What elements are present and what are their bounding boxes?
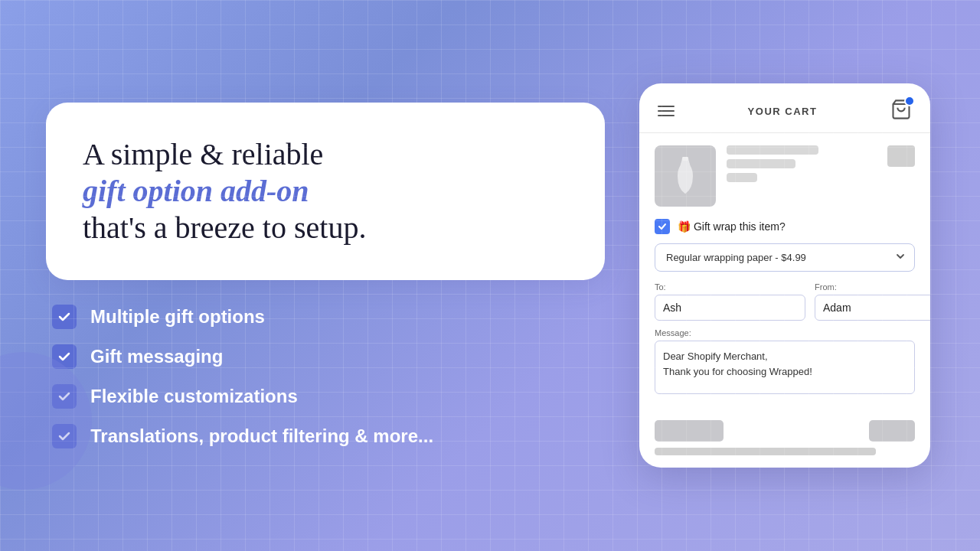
from-input[interactable] [815, 295, 930, 321]
feature-item-gift-messaging: Gift messaging [52, 344, 605, 369]
headline-line2: gift option add-on [83, 173, 568, 210]
wrapping-dropdown[interactable]: Regular wrapping paper - $4.99Premium wr… [655, 243, 915, 272]
from-label: From: [815, 282, 930, 292]
checkmark-icon-2 [52, 344, 77, 369]
to-field-group: To: [655, 282, 805, 321]
gift-wrap-label: 🎁 Gift wrap this item? [678, 220, 786, 233]
bottom-row-1 [655, 420, 915, 442]
feature-label-1: Gift messaging [90, 346, 223, 367]
left-panel: A simple & reliable gift option add-on t… [46, 103, 605, 448]
product-image [655, 145, 716, 207]
cart-badge [904, 96, 915, 106]
feature-item-multiple-gift-options: Multiple gift options [52, 305, 605, 329]
checkmark-icon-3 [52, 384, 77, 409]
hamburger-icon[interactable] [658, 106, 675, 116]
bottom-skeletons [639, 414, 930, 455]
feature-item-translations: Translations, product filtering & more..… [52, 424, 605, 448]
feature-item-flexible-customizations: Flexible customizations [52, 384, 605, 409]
features-list: Multiple gift options Gift messaging Fle… [46, 305, 605, 448]
headline-line1: A simple & reliable [83, 136, 568, 173]
headline-card: A simple & reliable gift option add-on t… [46, 103, 605, 280]
main-layout: A simple & reliable gift option add-on t… [0, 0, 980, 551]
svg-rect-1 [682, 157, 688, 161]
product-name-skeleton [727, 145, 818, 155]
checkmark-icon-4 [52, 424, 77, 448]
bottom-button-skeleton-1 [655, 420, 724, 442]
feature-label-0: Multiple gift options [90, 306, 265, 328]
headline-line3: that's a breeze to setup. [83, 210, 568, 246]
checkmark-icon-1 [52, 305, 77, 329]
message-label: Message: [655, 328, 915, 337]
cart-title: YOUR CART [748, 106, 818, 117]
wrapping-dropdown-wrapper: Regular wrapping paper - $4.99Premium wr… [655, 243, 915, 272]
product-variant-skeleton [727, 159, 795, 168]
bottom-button-skeleton-2 [869, 420, 915, 442]
cart-icon-wrapper[interactable] [890, 99, 912, 123]
from-field-group: From: [815, 282, 930, 321]
product-row [639, 133, 930, 219]
product-price-skeleton [887, 145, 915, 167]
feature-label-3: Translations, product filtering & more..… [90, 425, 433, 447]
product-sku-skeleton [727, 173, 757, 182]
gift-wrap-checkbox-row: 🎁 Gift wrap this item? [655, 219, 915, 234]
to-from-row: To: From: [655, 282, 915, 321]
bottom-bar-skeleton [655, 448, 876, 455]
message-textarea[interactable] [655, 341, 915, 394]
phone-header: YOUR CART [639, 83, 930, 133]
gift-wrap-checkbox[interactable] [655, 219, 670, 234]
to-input[interactable] [655, 295, 805, 321]
feature-label-2: Flexible customizations [90, 386, 298, 407]
message-group: Message: [655, 328, 915, 394]
to-label: To: [655, 282, 805, 292]
gift-wrap-section: 🎁 Gift wrap this item? Regular wrapping … [639, 219, 930, 414]
phone-mockup: YOUR CART [639, 83, 930, 468]
product-details [727, 145, 877, 182]
right-panel: YOUR CART [635, 83, 934, 468]
